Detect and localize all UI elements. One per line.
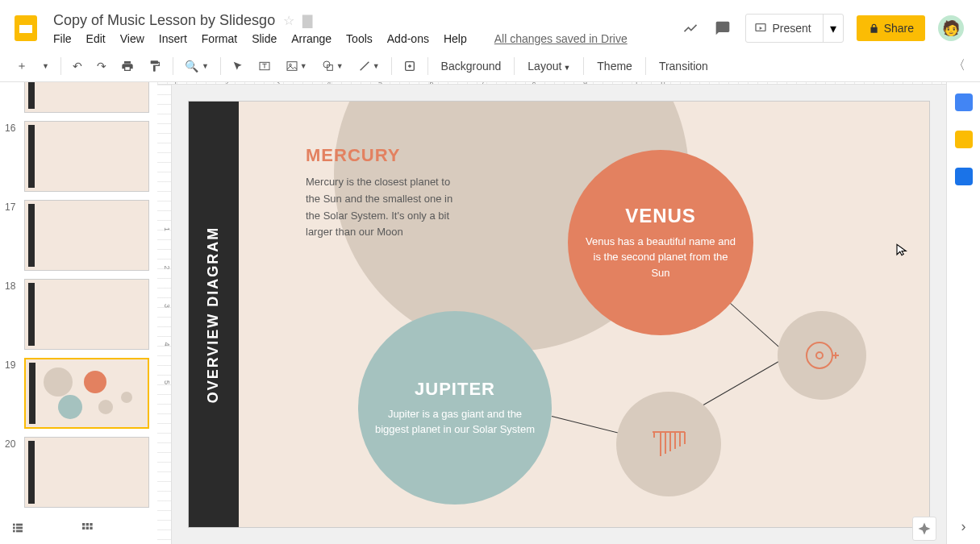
print-button[interactable] — [115, 55, 140, 77]
jupiter-title: JUPITER — [415, 379, 495, 400]
menu-help[interactable]: Help — [444, 32, 467, 45]
list-view-icon[interactable] — [11, 521, 24, 538]
drum-icon-circle[interactable] — [778, 311, 866, 400]
grid-view-icon[interactable] — [81, 521, 94, 538]
undo-button[interactable]: ↶ — [66, 55, 89, 77]
new-slide-button[interactable]: ＋ — [10, 54, 34, 78]
svg-point-22 — [816, 352, 823, 359]
app-header: Copy of Music Lesson by Slidesgo ☆ ▇ Fil… — [0, 0, 980, 50]
menu-view[interactable]: View — [120, 32, 144, 45]
menu-format[interactable]: Format — [202, 32, 237, 45]
shape-tool[interactable]: ▼ — [315, 55, 350, 77]
svg-rect-15 — [82, 523, 85, 525]
svg-rect-16 — [86, 523, 89, 525]
svg-rect-11 — [13, 527, 15, 529]
paint-format-button[interactable] — [142, 55, 168, 77]
canvas-area: 1 2 3 4 5 6 7 8 9 10 1 2 3 4 5 OVERVIEW … — [157, 82, 946, 544]
ruler-horizontal: 1 2 3 4 5 6 7 8 9 10 — [157, 82, 946, 85]
slide-canvas[interactable]: OVERVIEW DIAGRAM MERCURY Mercury is the … — [188, 101, 930, 528]
connector-line — [703, 360, 781, 405]
filmstrip[interactable]: 15 16 17 18 19 20 — [0, 82, 157, 544]
slides-logo — [10, 12, 42, 44]
keep-icon[interactable] — [955, 131, 973, 148]
comments-icon[interactable] — [713, 19, 732, 38]
present-label: Present — [772, 22, 811, 35]
activity-icon[interactable] — [681, 19, 700, 38]
svg-point-6 — [323, 61, 330, 68]
filmstrip-slide-20[interactable]: 20 — [5, 437, 149, 508]
svg-rect-18 — [82, 527, 85, 529]
mercury-body: Mercury is the closest planet to the Sun… — [306, 174, 459, 241]
drum-icon — [802, 335, 842, 376]
save-status[interactable]: All changes saved in Drive — [494, 32, 628, 45]
svg-point-21 — [807, 343, 832, 368]
filmstrip-slide-17[interactable]: 17 — [5, 200, 149, 271]
avatar[interactable]: 🧑 — [938, 15, 964, 41]
image-tool[interactable]: ▼ — [279, 55, 314, 77]
mercury-text[interactable]: MERCURY Mercury is the closest planet to… — [306, 145, 459, 241]
venus-body: Venus has a beautiful name and is the se… — [584, 234, 737, 281]
comment-tool[interactable] — [397, 55, 423, 77]
svg-rect-9 — [13, 524, 15, 526]
mercury-title: MERCURY — [306, 145, 459, 166]
xylophone-icon-circle[interactable] — [616, 392, 721, 496]
redo-button[interactable]: ↷ — [90, 55, 113, 77]
present-button[interactable]: Present ▾ — [745, 14, 843, 43]
svg-rect-14 — [16, 530, 23, 533]
doc-title[interactable]: Copy of Music Lesson by Slidesgo — [53, 12, 275, 29]
menubar: File Edit View Insert Format Slide Arran… — [53, 32, 681, 45]
filmstrip-slide-15[interactable]: 15 — [5, 82, 149, 113]
jupiter-circle[interactable]: JUPITER Jupiter is a gas giant and the b… — [358, 311, 552, 505]
xylophone-icon — [644, 420, 693, 468]
svg-rect-12 — [16, 527, 23, 529]
star-icon[interactable]: ☆ — [283, 13, 294, 28]
toolbar: ＋ ▼ ↶ ↷ 🔍 ▼ ▼ ▼ ▼ Background Layout▼ The… — [0, 50, 980, 82]
menu-edit[interactable]: Edit — [86, 32, 106, 45]
jupiter-body: Jupiter is a gas giant and the biggest p… — [374, 406, 536, 438]
svg-rect-4 — [287, 61, 297, 70]
svg-rect-20 — [90, 527, 92, 529]
slide-sidebar-label: OVERVIEW DIAGRAM — [189, 102, 239, 527]
textbox-tool[interactable] — [252, 55, 277, 77]
venus-title: VENUS — [625, 205, 696, 227]
tasks-icon[interactable] — [955, 168, 973, 185]
menu-file[interactable]: File — [53, 32, 72, 45]
layout-button[interactable]: Layout▼ — [519, 60, 578, 73]
svg-rect-17 — [90, 523, 92, 525]
main: 15 16 17 18 19 20 — [0, 82, 980, 544]
explore-button[interactable] — [912, 517, 936, 541]
share-label: Share — [884, 22, 914, 35]
transition-button[interactable]: Transition — [651, 60, 716, 73]
expand-panel-icon[interactable]: › — [954, 517, 974, 536]
side-panel: › — [946, 82, 980, 544]
theme-button[interactable]: Theme — [589, 60, 640, 73]
connector-line — [552, 416, 626, 435]
svg-rect-13 — [13, 530, 15, 533]
filmstrip-footer — [0, 515, 157, 544]
filmstrip-slide-19[interactable]: 19 — [5, 358, 149, 429]
filmstrip-slide-18[interactable]: 18 — [5, 279, 149, 350]
svg-rect-10 — [16, 524, 23, 526]
menu-arrange[interactable]: Arrange — [291, 32, 332, 45]
background-button[interactable]: Background — [433, 60, 510, 73]
collapse-toolbar[interactable]: 〈 — [948, 52, 970, 79]
calendar-icon[interactable] — [955, 93, 973, 111]
filmstrip-slide-16[interactable]: 16 — [5, 121, 149, 192]
select-tool[interactable] — [226, 56, 250, 77]
svg-rect-19 — [86, 527, 89, 529]
folder-icon[interactable]: ▇ — [302, 13, 312, 28]
ruler-vertical: 1 2 3 4 5 — [157, 85, 172, 544]
new-slide-caret[interactable]: ▼ — [35, 57, 56, 75]
title-area: Copy of Music Lesson by Slidesgo ☆ ▇ Fil… — [53, 12, 681, 45]
present-caret[interactable]: ▾ — [823, 15, 843, 42]
menu-insert[interactable]: Insert — [159, 32, 187, 45]
menu-slide[interactable]: Slide — [252, 32, 277, 45]
line-tool[interactable]: ▼ — [352, 55, 386, 77]
menu-addons[interactable]: Add-ons — [387, 32, 429, 45]
svg-rect-1 — [19, 25, 32, 33]
cursor-icon — [895, 243, 909, 260]
zoom-button[interactable]: 🔍 ▼ — [178, 55, 215, 77]
menu-tools[interactable]: Tools — [346, 32, 373, 45]
venus-circle[interactable]: VENUS Venus has a beautiful name and is … — [568, 150, 753, 335]
share-button[interactable]: Share — [857, 15, 925, 41]
